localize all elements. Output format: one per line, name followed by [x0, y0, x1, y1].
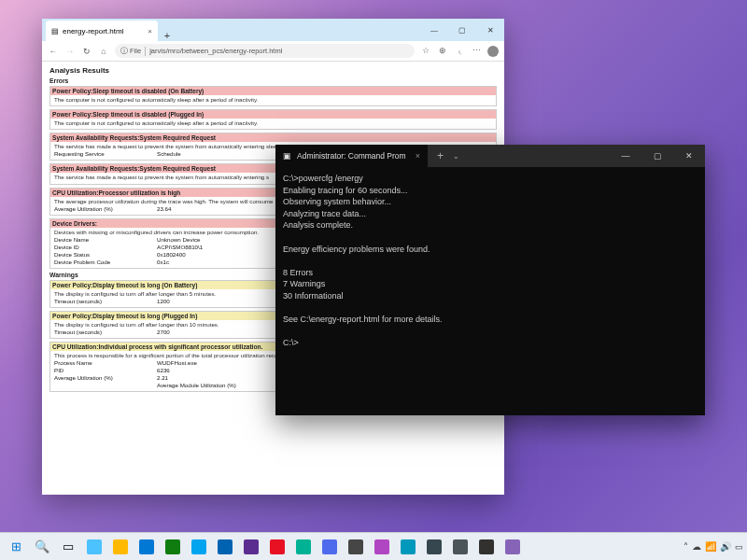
taskbar-app[interactable] — [370, 535, 394, 559]
app-icon — [191, 539, 206, 554]
taskbar-app[interactable] — [187, 535, 211, 559]
new-tab-button[interactable]: + — [158, 30, 176, 41]
card-description: The computer is not configured to automa… — [54, 96, 492, 103]
start-button[interactable]: ⊞ — [4, 535, 28, 559]
app-icon — [505, 539, 520, 554]
taskbar-app[interactable] — [344, 535, 368, 559]
app-icon — [348, 539, 363, 554]
tab-close-icon[interactable]: × — [148, 27, 152, 35]
terminal-titlebar[interactable]: ▣ Administrator: Command Prom × + ⌄ — ▢ … — [275, 145, 705, 167]
app-icon — [453, 539, 468, 554]
errors-heading: Errors — [49, 77, 497, 84]
terminal-new-tab-button[interactable]: + — [428, 149, 453, 162]
address-bar[interactable]: ⓘ File jarvis/mro/between_pcs/energy-rep… — [115, 44, 415, 58]
terminal-output[interactable]: C:\>powercfg /energy Enabling tracing fo… — [275, 167, 705, 415]
app-icon — [296, 539, 311, 554]
window-close-button[interactable]: ✕ — [476, 19, 504, 41]
taskbar-app[interactable] — [108, 535, 133, 559]
browser-titlebar[interactable]: ▤ energy-report.html × + — ▢ ✕ — [42, 19, 504, 41]
taskbar-app[interactable] — [317, 535, 342, 559]
card-heading: Power Policy:Sleep timeout is disabled (… — [50, 87, 496, 95]
browser-toolbar: ← → ↻ ⌂ ⓘ File jarvis/mro/between_pcs/en… — [42, 41, 504, 62]
error-card: Power Policy:Sleep timeout is disabled (… — [49, 109, 497, 130]
taskbar-app[interactable] — [500, 535, 525, 559]
card-heading: Power Policy:Sleep timeout is disabled (… — [50, 110, 496, 119]
terminal-dropdown-icon[interactable]: ⌄ — [453, 152, 459, 161]
menu-icon[interactable]: ⋯ — [471, 46, 482, 57]
app-icon — [374, 539, 389, 554]
start-icon: ⊞ — [11, 539, 21, 553]
terminal-tab-title: Administrator: Command Prom — [297, 151, 406, 161]
error-card: Power Policy:Sleep timeout is disabled (… — [49, 86, 497, 106]
browser-tab-active[interactable]: ▤ energy-report.html × — [46, 21, 158, 41]
tab-title: energy-report.html — [63, 27, 123, 35]
taskbar-app[interactable] — [396, 535, 420, 559]
search-icon: 🔍 — [35, 539, 49, 553]
taskbar-app[interactable] — [134, 535, 159, 559]
taskbar-app[interactable] — [161, 535, 185, 559]
taskbar: ⊞ 🔍 ▭ ˄ ☁ 📶 🔊 ▭ — [0, 532, 747, 560]
app-icon — [139, 539, 154, 554]
terminal-tab-close-icon[interactable]: × — [416, 151, 420, 161]
taskbar-app[interactable] — [448, 535, 472, 559]
taskbar-app[interactable] — [291, 535, 316, 559]
terminal-close-button[interactable]: ✕ — [673, 145, 705, 167]
task-view-button[interactable]: ▭ — [56, 535, 80, 559]
task-view-icon: ▭ — [63, 539, 74, 553]
tray-chevron-icon[interactable]: ˄ — [684, 541, 688, 552]
taskbar-app[interactable] — [422, 535, 446, 559]
app-icon — [218, 539, 233, 554]
card-heading: System Availability Requests:System Requ… — [50, 133, 496, 142]
terminal-tab-active[interactable]: ▣ Administrator: Command Prom × — [275, 145, 428, 167]
taskbar-app[interactable] — [82, 535, 106, 559]
url-info-icon: ⓘ File — [120, 47, 141, 56]
app-icon — [270, 539, 285, 554]
share-icon[interactable]: ৻ — [454, 46, 465, 57]
collections-icon[interactable]: ⊕ — [437, 46, 448, 57]
app-icon — [322, 539, 337, 554]
favorites-icon[interactable]: ☆ — [420, 46, 431, 57]
taskbar-app[interactable] — [239, 535, 263, 559]
nav-home-icon[interactable]: ⌂ — [98, 47, 109, 56]
app-icon — [479, 539, 494, 554]
url-text: jarvis/mro/between_pcs/energy-report.htm… — [149, 47, 282, 55]
card-description: The computer is not configured to automa… — [54, 119, 492, 126]
app-icon — [113, 539, 128, 554]
app-icon — [87, 539, 102, 554]
app-icon — [165, 539, 180, 554]
profile-avatar[interactable] — [487, 46, 499, 57]
window-minimize-button[interactable]: — — [420, 19, 448, 41]
nav-back-icon[interactable]: ← — [48, 47, 59, 56]
nav-reload-icon[interactable]: ↻ — [81, 47, 92, 56]
taskbar-app[interactable] — [474, 535, 499, 559]
terminal-window: ▣ Administrator: Command Prom × + ⌄ — ▢ … — [275, 145, 705, 415]
page-title: Analysis Results — [49, 66, 497, 75]
terminal-maximize-button[interactable]: ▢ — [641, 145, 673, 167]
terminal-minimize-button[interactable]: — — [610, 145, 641, 167]
app-icon — [244, 539, 259, 554]
tray-network-icon[interactable]: 📶 — [705, 541, 716, 552]
tray-onedrive-icon[interactable]: ☁ — [692, 541, 701, 552]
taskbar-app[interactable] — [265, 535, 289, 559]
app-icon — [401, 539, 416, 554]
search-button[interactable]: 🔍 — [30, 535, 54, 559]
notification-center-button[interactable]: ▭ — [735, 542, 743, 552]
nav-forward-icon: → — [64, 47, 76, 56]
app-icon — [427, 539, 442, 554]
cmd-icon: ▣ — [283, 151, 291, 161]
taskbar-app[interactable] — [213, 535, 237, 559]
tray-volume-icon[interactable]: 🔊 — [720, 541, 731, 552]
page-icon: ▤ — [51, 27, 59, 35]
system-tray[interactable]: ˄ ☁ 📶 🔊 ▭ — [684, 541, 743, 552]
window-maximize-button[interactable]: ▢ — [448, 19, 476, 41]
